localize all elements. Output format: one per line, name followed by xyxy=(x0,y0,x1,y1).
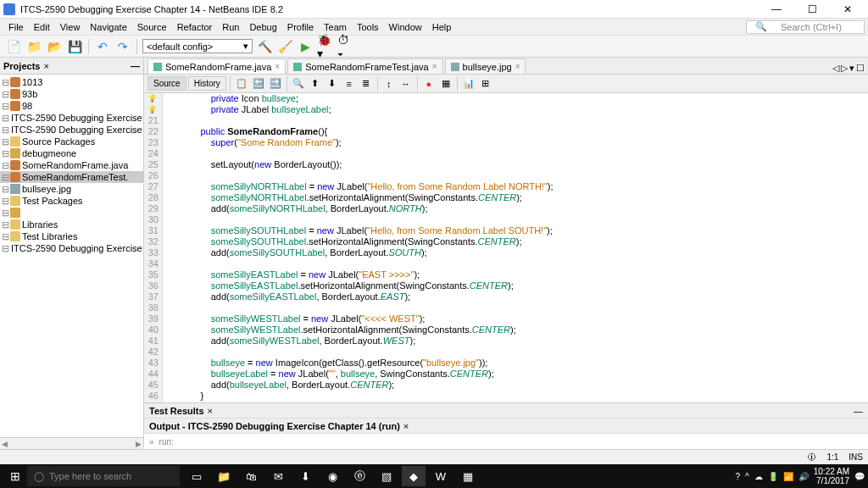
tree-node[interactable]: ⊟Test Libraries xyxy=(0,230,143,242)
ed-tool-icon[interactable]: ↕ xyxy=(381,76,397,92)
nav-back-icon[interactable]: ◁ xyxy=(832,63,839,74)
menu-run[interactable]: Run xyxy=(217,20,244,34)
ed-tool-icon[interactable]: ⬆ xyxy=(308,76,323,92)
test-results-panel-header[interactable]: Test Results× — xyxy=(144,403,868,419)
tree-node[interactable]: ⊟ITCS-2590 Debugging Exercise Chap xyxy=(0,124,143,136)
tree-node[interactable]: ⊟SomeRandomFrame.java xyxy=(0,159,143,171)
tree-node[interactable]: ⊟debugmeone xyxy=(0,147,143,159)
projects-tree[interactable]: ⊟1013⊟93b⊟98⊟ITCS-2590 Debugging Exercis… xyxy=(0,75,143,437)
close-icon[interactable]: × xyxy=(432,62,437,71)
battery-icon[interactable]: 🔋 xyxy=(768,472,778,481)
chrome-icon[interactable]: ◉ xyxy=(320,466,344,486)
tab-somerandomframetest[interactable]: SomeRandomFrameTest.java× xyxy=(287,58,442,74)
ed-tool-icon[interactable]: ⊞ xyxy=(478,76,493,92)
ed-tool-icon[interactable]: ⬇ xyxy=(325,76,340,92)
tray-expand-icon[interactable]: ^ xyxy=(745,472,749,481)
ed-tool-icon[interactable]: ≡ xyxy=(342,76,357,92)
taskview-icon[interactable]: ▭ xyxy=(185,466,209,486)
close-icon[interactable]: × xyxy=(515,62,520,71)
menu-window[interactable]: Window xyxy=(384,20,427,34)
stop-icon[interactable]: ● xyxy=(421,76,437,92)
action-center-icon[interactable]: 💬 xyxy=(854,472,865,481)
menu-tools[interactable]: Tools xyxy=(352,20,384,34)
mail-icon[interactable]: ✉ xyxy=(266,466,290,486)
dropdown-icon[interactable]: ▾ xyxy=(849,63,854,74)
ed-tool-icon[interactable]: ▦ xyxy=(438,76,453,92)
word-icon[interactable]: W xyxy=(429,466,453,486)
tree-node[interactable]: ⊟Test Packages xyxy=(0,195,143,207)
netbeans-icon[interactable]: ◆ xyxy=(402,466,426,486)
tree-node[interactable]: ⊟93b xyxy=(0,88,143,100)
profile-button[interactable]: ⏱▾ xyxy=(337,38,354,55)
vs-icon[interactable]: ▧ xyxy=(375,466,398,486)
code-editor[interactable]: 💡💡21222324252627282930313233343536373839… xyxy=(144,93,868,402)
tree-node[interactable]: ⊟SomeRandomFrameTest. xyxy=(0,171,143,183)
menu-navigate[interactable]: Navigate xyxy=(85,20,131,34)
tree-node[interactable]: ⊟Source Packages xyxy=(0,136,143,147)
dropbox-icon[interactable]: ⬇ xyxy=(293,466,317,486)
projects-close-icon[interactable]: × xyxy=(43,61,48,71)
history-view-button[interactable]: History xyxy=(188,76,226,91)
menu-source[interactable]: Source xyxy=(132,20,172,34)
minimize-button[interactable]: — xyxy=(760,1,793,18)
minimize-icon[interactable]: — xyxy=(854,406,863,416)
store-icon[interactable]: 🛍 xyxy=(239,466,263,486)
menu-profile[interactable]: Profile xyxy=(282,20,319,34)
menu-refactor[interactable]: Refactor xyxy=(172,20,218,34)
explorer-icon[interactable]: 📁 xyxy=(212,466,236,486)
new-file-button[interactable]: 📄 xyxy=(5,38,22,55)
save-all-button[interactable]: 💾 xyxy=(66,38,83,55)
menu-team[interactable]: Team xyxy=(319,20,352,34)
open-button[interactable]: 📂 xyxy=(46,38,63,55)
notifications-icon[interactable]: 🛈 xyxy=(808,452,816,462)
ed-tool-icon[interactable]: 🔙 xyxy=(251,76,266,92)
app-icon[interactable]: ▦ xyxy=(456,466,480,486)
menu-view[interactable]: View xyxy=(55,20,86,34)
build-button[interactable]: 🔨 xyxy=(256,38,273,55)
tree-node[interactable]: ⊟bullseye.jpg xyxy=(0,183,143,195)
projects-hscroll[interactable]: ◀▶ xyxy=(0,437,143,449)
debug-button[interactable]: 🐞▾ xyxy=(317,38,334,55)
redo-button[interactable]: ↷ xyxy=(114,38,131,55)
maximize-editor-icon[interactable]: ☐ xyxy=(856,63,865,74)
tree-node[interactable]: ⊟98 xyxy=(0,100,143,112)
clock[interactable]: 10:22 AM 7/1/2017 xyxy=(814,467,849,485)
help-icon[interactable]: ? xyxy=(735,472,740,481)
ed-tool-icon[interactable]: ≣ xyxy=(359,76,374,92)
maximize-button[interactable]: ☐ xyxy=(795,1,829,18)
run-button[interactable]: ▶ xyxy=(297,38,314,55)
close-icon[interactable]: × xyxy=(403,421,409,431)
tree-node[interactable]: ⊟ITCS-2590 Debugging Exercise Chap xyxy=(0,242,143,254)
close-icon[interactable]: × xyxy=(208,406,213,416)
config-select[interactable]: <default config>▾ xyxy=(142,39,253,53)
start-button[interactable]: ⊞ xyxy=(3,464,27,488)
tree-node[interactable]: ⊟Libraries xyxy=(0,219,143,230)
menu-debug[interactable]: Debug xyxy=(244,20,281,34)
tree-node[interactable]: ⊟ xyxy=(0,207,143,219)
cloud-icon[interactable]: ☁ xyxy=(754,472,763,481)
menu-help[interactable]: Help xyxy=(427,20,457,34)
quick-search[interactable]: 🔍 Search (Ctrl+I) xyxy=(746,20,865,34)
close-icon[interactable]: × xyxy=(275,62,280,71)
tab-bullseye[interactable]: bullseye.jpg× xyxy=(445,58,526,74)
close-button[interactable]: ✕ xyxy=(831,1,865,18)
menu-edit[interactable]: Edit xyxy=(29,20,55,34)
clean-build-button[interactable]: 🧹 xyxy=(276,38,293,55)
projects-minimize-icon[interactable]: — xyxy=(131,61,140,71)
volume-icon[interactable]: 🔊 xyxy=(798,472,809,481)
menu-file[interactable]: File xyxy=(3,20,29,34)
ed-tool-icon[interactable]: ↔ xyxy=(398,76,414,92)
ed-tool-icon[interactable]: 📊 xyxy=(461,76,476,92)
wifi-icon[interactable]: 📶 xyxy=(783,472,793,481)
ed-tool-icon[interactable]: 📋 xyxy=(234,76,249,92)
undo-button[interactable]: ↶ xyxy=(94,38,111,55)
edge-icon[interactable]: ⓔ xyxy=(348,466,371,486)
new-project-button[interactable]: 📁 xyxy=(25,38,42,55)
output-panel-header[interactable]: Output - ITCS-2590 Debugging Exercise Ch… xyxy=(144,419,868,434)
nav-fwd-icon[interactable]: ▷ xyxy=(841,63,848,74)
ed-tool-icon[interactable]: 🔜 xyxy=(268,76,283,92)
taskbar-search[interactable]: ◯ Type here to search xyxy=(27,466,180,486)
source-view-button[interactable]: Source xyxy=(147,76,186,91)
tree-node[interactable]: ⊟ITCS-2590 Debugging Exercise Chap xyxy=(0,112,143,124)
tree-node[interactable]: ⊟1013 xyxy=(0,76,143,88)
